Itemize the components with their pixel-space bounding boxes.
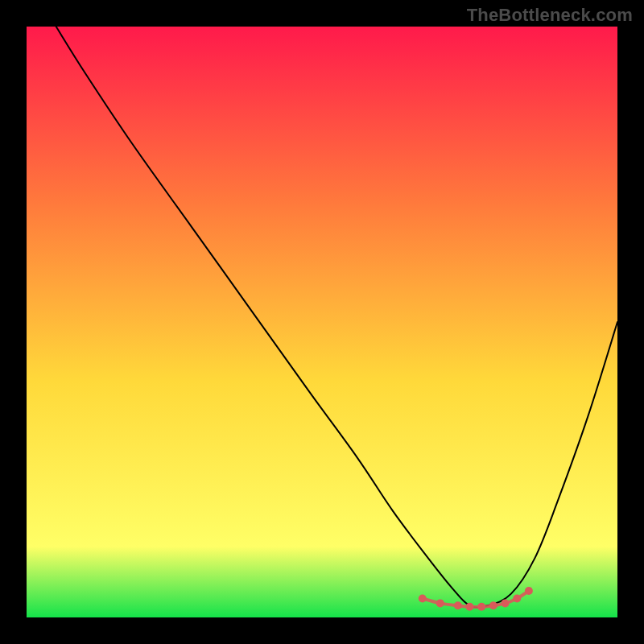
chart-frame: TheBottleneck.com xyxy=(0,0,644,644)
marker-dot xyxy=(489,601,497,609)
bottleneck-chart xyxy=(0,0,644,644)
marker-dot xyxy=(477,603,485,611)
marker-dot xyxy=(525,587,533,595)
marker-dot xyxy=(419,595,427,603)
marker-dot xyxy=(454,601,462,609)
watermark-text: TheBottleneck.com xyxy=(467,5,633,26)
marker-dot xyxy=(466,603,474,611)
gradient-background xyxy=(27,27,617,617)
marker-dot xyxy=(502,599,510,607)
marker-dot xyxy=(513,595,521,603)
marker-dot xyxy=(436,599,444,607)
